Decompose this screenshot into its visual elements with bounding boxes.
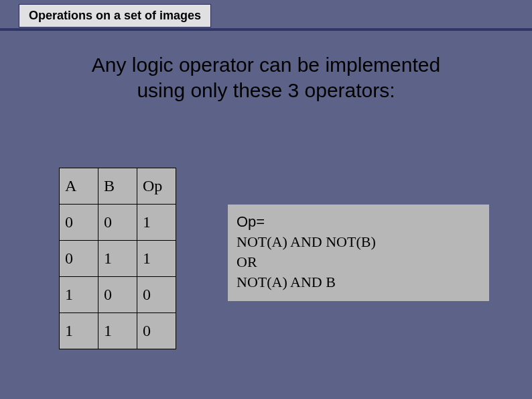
slide-title-text: Operations on a set of images — [29, 9, 201, 22]
cell: 0 — [137, 313, 176, 349]
col-header-b: B — [98, 168, 137, 205]
cell: 1 — [137, 205, 176, 241]
headline-line-1: Any logic operator can be implemented — [92, 54, 440, 76]
cell: 0 — [98, 205, 137, 241]
op-equals-label: Op= — [237, 213, 480, 231]
explanation-box: Op= NOT(A) AND NOT(B) OR NOT(A) AND B — [228, 205, 489, 301]
table-row: 1 1 0 — [60, 313, 176, 349]
cell: 1 — [137, 241, 176, 277]
explain-line-1: NOT(A) AND NOT(B) — [237, 233, 480, 251]
cell: 0 — [137, 277, 176, 313]
explain-line-3: NOT(A) AND B — [237, 274, 480, 291]
slide-headline: Any logic operator can be implemented us… — [0, 52, 532, 103]
cell: 1 — [60, 277, 98, 313]
table-row: 0 0 1 — [60, 205, 176, 241]
cell: 1 — [60, 313, 98, 349]
cell: 0 — [60, 241, 98, 277]
slide-title-tab: Operations on a set of images — [19, 4, 211, 27]
table-row: A B Op — [60, 168, 176, 205]
col-header-op: Op — [137, 168, 176, 205]
headline-line-2: using only these 3 operators: — [137, 79, 395, 101]
title-divider — [0, 28, 532, 31]
table-row: 0 1 1 — [60, 241, 176, 277]
table-row: 1 0 0 — [60, 277, 176, 313]
cell: 0 — [60, 205, 98, 241]
explain-line-2: OR — [237, 253, 480, 271]
cell: 1 — [98, 313, 137, 349]
cell: 1 — [98, 241, 137, 277]
col-header-a: A — [60, 168, 98, 205]
truth-table: A B Op 0 0 1 0 1 1 1 0 0 1 1 0 — [59, 168, 176, 349]
cell: 0 — [98, 277, 137, 313]
